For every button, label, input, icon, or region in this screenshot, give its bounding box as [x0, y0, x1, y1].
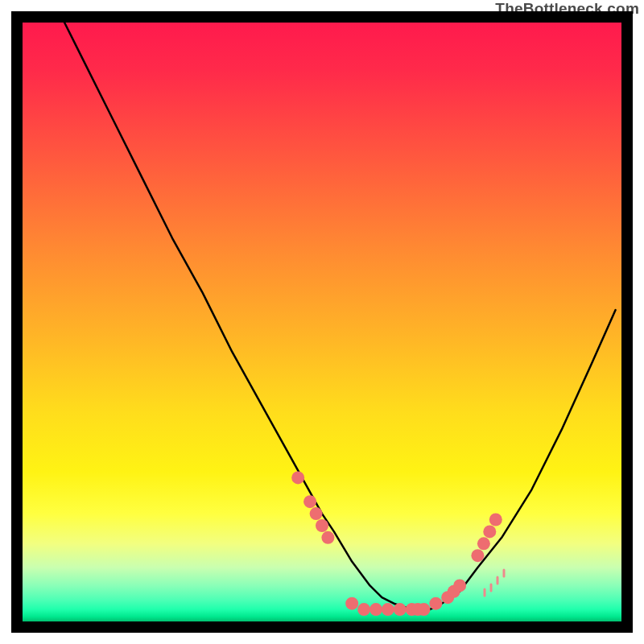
right-side-ticks — [485, 570, 504, 596]
marker-point — [394, 603, 407, 616]
marker-point — [453, 579, 466, 592]
marker-point — [429, 597, 442, 610]
marker-point — [477, 537, 490, 550]
marker-point — [382, 603, 394, 616]
highlighted-points — [291, 471, 502, 616]
chart-svg — [23, 23, 621, 621]
marker-point — [489, 514, 502, 526]
marker-point — [291, 471, 304, 484]
bottleneck-curve — [64, 23, 616, 609]
marker-point — [345, 597, 358, 610]
plot-area — [23, 23, 621, 621]
marker-point — [418, 603, 431, 616]
marker-point — [357, 603, 370, 616]
marker-point — [316, 519, 328, 532]
marker-point — [321, 531, 334, 544]
marker-point — [483, 525, 496, 538]
marker-point — [303, 495, 316, 508]
marker-point — [369, 603, 382, 616]
chart-frame: TheBottleneck.com — [0, 0, 644, 644]
marker-point — [310, 507, 323, 520]
marker-point — [471, 549, 484, 562]
